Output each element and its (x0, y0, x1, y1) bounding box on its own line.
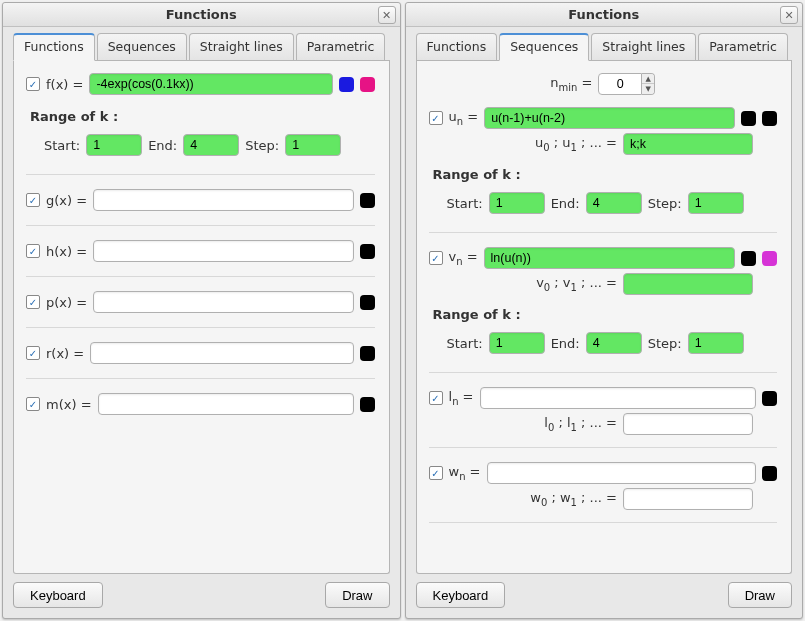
window-functions-1: Functions ✕ Functions Sequences Straight… (2, 2, 401, 619)
window-title: Functions (568, 7, 639, 22)
function-row: ✓h(x) = (26, 240, 375, 262)
color-swatch[interactable] (360, 244, 375, 259)
range-end-input[interactable] (586, 192, 642, 214)
window-functions-2: Functions ✕ Functions Sequences Straight… (405, 2, 804, 619)
color-swatch[interactable] (360, 77, 375, 92)
range-start-input[interactable] (489, 332, 545, 354)
tab-straight-lines[interactable]: Straight lines (189, 33, 294, 60)
initial-terms-input[interactable] (623, 273, 753, 295)
close-icon[interactable]: ✕ (780, 6, 798, 24)
range-sublabel: Start: (447, 336, 483, 351)
enable-checkbox[interactable]: ✓ (26, 346, 40, 360)
initial-terms-input[interactable] (623, 133, 753, 155)
range-start-input[interactable] (86, 134, 142, 156)
initial-terms-input[interactable] (623, 413, 753, 435)
enable-checkbox[interactable]: ✓ (26, 77, 40, 91)
color-swatch[interactable] (762, 466, 777, 481)
initial-terms-label: v0 ; v1 ; ... = (536, 275, 617, 293)
chevron-down-icon[interactable]: ▼ (642, 84, 654, 94)
range-end-input[interactable] (183, 134, 239, 156)
tab-sequences[interactable]: Sequences (97, 33, 187, 60)
titlebar: Functions ✕ (3, 3, 400, 27)
range-row: Start:End:Step: (44, 134, 375, 156)
color-swatch[interactable] (360, 397, 375, 412)
color-swatch[interactable] (360, 295, 375, 310)
sequence-row: ✓ln = (429, 387, 778, 409)
range-sublabel: End: (148, 138, 177, 153)
window-title: Functions (166, 7, 237, 22)
initial-terms-row: v0 ; v1 ; ... = (429, 273, 754, 295)
function-input[interactable] (98, 393, 354, 415)
function-label: f(x) = (46, 77, 83, 92)
enable-checkbox[interactable]: ✓ (429, 251, 443, 265)
enable-checkbox[interactable]: ✓ (429, 466, 443, 480)
tab-sequences[interactable]: Sequences (499, 33, 589, 61)
body: Functions Sequences Straight lines Param… (3, 27, 400, 574)
spinner-arrows[interactable]: ▲ ▼ (642, 73, 655, 95)
range-step-input[interactable] (285, 134, 341, 156)
function-input[interactable] (90, 342, 353, 364)
enable-checkbox[interactable]: ✓ (26, 295, 40, 309)
enable-checkbox[interactable]: ✓ (26, 193, 40, 207)
function-input[interactable] (89, 73, 332, 95)
keyboard-button[interactable]: Keyboard (13, 582, 103, 608)
sequence-input[interactable] (487, 462, 756, 484)
tab-bar: Functions Sequences Straight lines Param… (416, 33, 793, 61)
range-sublabel: Start: (447, 196, 483, 211)
function-input[interactable] (93, 291, 353, 313)
enable-checkbox[interactable]: ✓ (429, 391, 443, 405)
tab-bar: Functions Sequences Straight lines Param… (13, 33, 390, 61)
function-input[interactable] (93, 240, 353, 262)
sequence-label: ln = (449, 389, 474, 407)
tab-parametric[interactable]: Parametric (698, 33, 788, 60)
color-swatch[interactable] (762, 251, 777, 266)
enable-checkbox[interactable]: ✓ (429, 111, 443, 125)
keyboard-button[interactable]: Keyboard (416, 582, 506, 608)
sequence-input[interactable] (484, 107, 735, 129)
sequence-row: ✓un = (429, 107, 778, 129)
range-sublabel: Step: (245, 138, 279, 153)
function-input[interactable] (93, 189, 353, 211)
range-sublabel: Step: (648, 196, 682, 211)
tab-straight-lines[interactable]: Straight lines (591, 33, 696, 60)
footer: Keyboard Draw (406, 574, 803, 618)
initial-terms-row: w0 ; w1 ; ... = (429, 488, 754, 510)
sequences-scroll[interactable]: nmin = ▲ ▼ ✓un =u0 ; u1 ; ... =Range of … (429, 73, 784, 565)
function-label: h(x) = (46, 244, 87, 259)
draw-button[interactable]: Draw (325, 582, 389, 608)
range-start-input[interactable] (489, 192, 545, 214)
color-swatch[interactable] (741, 251, 756, 266)
nmin-spinner[interactable]: ▲ ▼ (598, 73, 655, 95)
tab-functions[interactable]: Functions (13, 33, 95, 61)
chevron-up-icon[interactable]: ▲ (642, 74, 654, 84)
sequence-row: ✓wn = (429, 462, 778, 484)
panel-sequences: nmin = ▲ ▼ ✓un =u0 ; u1 ; ... =Range of … (416, 61, 793, 574)
initial-terms-input[interactable] (623, 488, 753, 510)
close-icon[interactable]: ✕ (378, 6, 396, 24)
titlebar: Functions ✕ (406, 3, 803, 27)
range-row: Start:End:Step: (447, 192, 778, 214)
tab-parametric[interactable]: Parametric (296, 33, 386, 60)
nmin-row: nmin = ▲ ▼ (429, 73, 778, 95)
range-step-input[interactable] (688, 332, 744, 354)
panel-functions: ✓f(x) =Range of k :Start:End:Step:✓g(x) … (13, 61, 390, 574)
color-swatch[interactable] (741, 111, 756, 126)
enable-checkbox[interactable]: ✓ (26, 397, 40, 411)
nmin-label: nmin = (550, 75, 592, 93)
sequence-input[interactable] (484, 247, 735, 269)
color-swatch[interactable] (360, 346, 375, 361)
color-swatch[interactable] (360, 193, 375, 208)
tab-functions[interactable]: Functions (416, 33, 498, 60)
draw-button[interactable]: Draw (728, 582, 792, 608)
nmin-input[interactable] (598, 73, 642, 95)
range-step-input[interactable] (688, 192, 744, 214)
range-end-input[interactable] (586, 332, 642, 354)
color-swatch[interactable] (762, 391, 777, 406)
range-sublabel: End: (551, 336, 580, 351)
color-swatch[interactable] (339, 77, 354, 92)
enable-checkbox[interactable]: ✓ (26, 244, 40, 258)
initial-terms-row: l0 ; l1 ; ... = (429, 413, 754, 435)
range-label: Range of k : (30, 109, 375, 124)
sequence-input[interactable] (480, 387, 757, 409)
color-swatch[interactable] (762, 111, 777, 126)
